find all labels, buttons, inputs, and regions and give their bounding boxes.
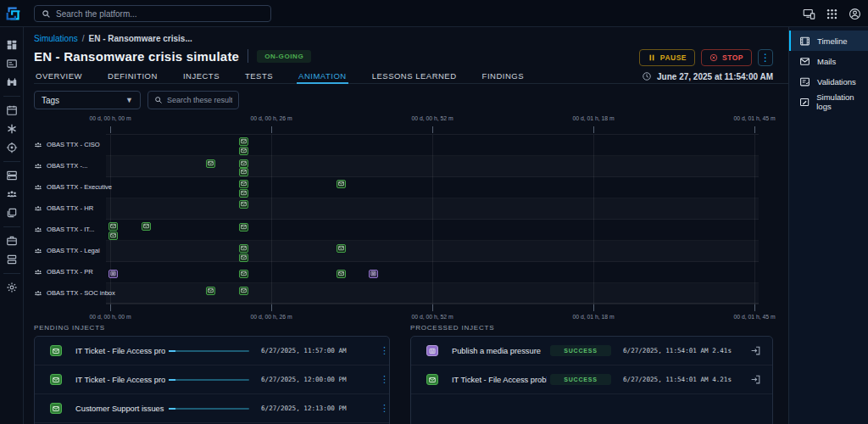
processed-inject-row[interactable]: IT Ticket - File Access problem...SUCCES…	[411, 365, 772, 394]
envelope-icon	[110, 232, 116, 238]
devices-icon[interactable]	[803, 8, 815, 20]
pause-button[interactable]: PAUSE	[639, 49, 695, 66]
envelope-icon	[241, 190, 247, 196]
inject-more-menu[interactable]: ⋮	[380, 403, 389, 414]
atomic-testing-icon[interactable]	[6, 123, 18, 135]
main-content: Simulations / EN - Ransomware crisis... …	[24, 27, 788, 424]
stop-button[interactable]: STOP	[701, 49, 752, 66]
assets-icon[interactable]	[6, 170, 18, 181]
nav-divider	[3, 96, 20, 97]
global-search-input[interactable]	[56, 9, 264, 19]
tab-findings[interactable]: FINDINGS	[481, 68, 526, 83]
email-inject-marker[interactable]	[239, 223, 248, 232]
tab-overview[interactable]: OVERVIEW	[34, 68, 84, 83]
email-inject-marker[interactable]	[239, 147, 248, 155]
inject-title: IT Ticket - File Access problem...	[75, 376, 165, 384]
email-inject-marker[interactable]	[337, 244, 346, 253]
inject-more-menu[interactable]: ⋮	[380, 345, 389, 356]
article-inject-marker[interactable]	[108, 270, 118, 278]
dashboard-icon[interactable]	[6, 39, 18, 51]
tab-tests[interactable]: TESTS	[243, 68, 275, 83]
team-label: OBAS TTX - HR	[34, 204, 93, 213]
menu-mails[interactable]: Mails	[789, 51, 868, 71]
nav-divider	[3, 226, 20, 227]
axis-tick-label: 00 d, 00 h, 00 m	[89, 115, 131, 121]
email-inject-marker[interactable]	[206, 287, 215, 295]
email-inject-marker[interactable]	[239, 137, 248, 146]
envelope-icon	[241, 201, 247, 207]
processed-inject-row[interactable]: Publish a media pressureSUCCESS6/27/2025…	[411, 337, 772, 365]
email-inject-marker[interactable]	[142, 222, 151, 231]
menu-timeline[interactable]: Timeline	[789, 31, 868, 51]
email-inject-marker[interactable]	[239, 200, 248, 209]
apps-grid-icon[interactable]	[826, 8, 838, 20]
documents-icon[interactable]	[6, 235, 18, 247]
email-inject-marker[interactable]	[108, 232, 118, 240]
inject-detail-button[interactable]	[750, 374, 761, 385]
progress-value	[169, 350, 175, 352]
team-icon	[34, 226, 42, 234]
progress-value	[169, 379, 175, 381]
global-search[interactable]	[34, 5, 271, 22]
email-inject-marker[interactable]	[337, 180, 346, 188]
scenarios-icon[interactable]	[6, 76, 18, 88]
team-label: OBAS TTX - SOC inbox	[34, 289, 115, 298]
platform-logo-icon[interactable]	[4, 4, 23, 23]
article-inject-marker[interactable]	[369, 270, 378, 278]
account-icon[interactable]	[849, 8, 861, 20]
inject-detail-button[interactable]	[750, 345, 761, 356]
pending-inject-row[interactable]: IT Ticket - File Access problem...6/27/2…	[35, 337, 389, 365]
team-label-text: OBAS TTX - Executive	[47, 183, 112, 191]
tab-animation[interactable]: ANIMATION	[297, 68, 348, 83]
team-label-text: OBAS TTX -...	[47, 162, 87, 170]
simulations-icon[interactable]	[6, 58, 18, 70]
right-menu: TimelineMailsValidationsSimulation logs	[788, 27, 868, 424]
pending-inject-row[interactable]: Customer Support issues noted6/27/2025, …	[35, 394, 389, 423]
gridline	[432, 135, 433, 304]
gridline	[271, 135, 272, 304]
envelope-icon	[241, 148, 247, 153]
email-inject-marker[interactable]	[239, 254, 248, 262]
envelope-icon	[429, 377, 436, 383]
tab-definition[interactable]: DEFINITION	[106, 68, 159, 83]
settings-icon[interactable]	[6, 282, 18, 293]
envelope-icon	[208, 160, 214, 166]
email-inject-marker[interactable]	[108, 222, 118, 231]
email-inject-marker[interactable]	[239, 189, 248, 198]
team-label: OBAS TTX - IT...	[34, 226, 94, 234]
results-search-input[interactable]	[167, 96, 232, 104]
calendar-icon[interactable]	[6, 104, 18, 116]
components-icon[interactable]	[6, 207, 18, 219]
email-inject-marker[interactable]	[239, 168, 248, 176]
nav-divider	[3, 161, 20, 162]
envelope-icon	[241, 287, 247, 293]
email-inject-marker[interactable]	[239, 287, 248, 295]
inject-more-menu[interactable]: ⋮	[380, 374, 389, 385]
email-inject-marker[interactable]	[239, 270, 248, 278]
axis-tick-label: 00 d, 00 h, 52 m	[411, 115, 453, 121]
tab-injects[interactable]: INJECTS	[181, 68, 221, 83]
simulation-more-menu[interactable]: ⋮	[758, 49, 773, 66]
teams-icon[interactable]	[6, 188, 18, 200]
progress-value	[169, 408, 175, 410]
results-search[interactable]	[147, 91, 239, 109]
team-label: OBAS TTX - CISO	[34, 141, 100, 149]
processed-injects-card: Publish a media pressureSUCCESS6/27/2025…	[410, 336, 773, 424]
email-inject-marker[interactable]	[337, 270, 346, 278]
email-inject-marker[interactable]	[239, 180, 248, 188]
email-inject-marker[interactable]	[239, 244, 248, 253]
pending-inject-row[interactable]: IT Ticket - File Access problem...6/27/2…	[35, 365, 389, 394]
menu-validations[interactable]: Validations	[789, 71, 868, 92]
integrations-icon[interactable]	[6, 254, 18, 265]
target-icon[interactable]	[6, 142, 18, 153]
envelope-icon	[143, 223, 149, 229]
email-inject-icon	[426, 374, 438, 385]
pending-injects-title: PENDING INJECTS	[34, 324, 105, 332]
email-inject-marker[interactable]	[239, 159, 248, 168]
breadcrumb-simulations-link[interactable]: Simulations	[34, 34, 78, 43]
email-inject-marker[interactable]	[206, 159, 215, 168]
menu-simulation-logs[interactable]: Simulation logs	[789, 92, 868, 112]
top-bar	[0, 0, 868, 27]
tab-lessons-learned[interactable]: LESSONS LEARNED	[370, 68, 459, 83]
tags-filter-select[interactable]: Tags ▼	[34, 91, 141, 109]
